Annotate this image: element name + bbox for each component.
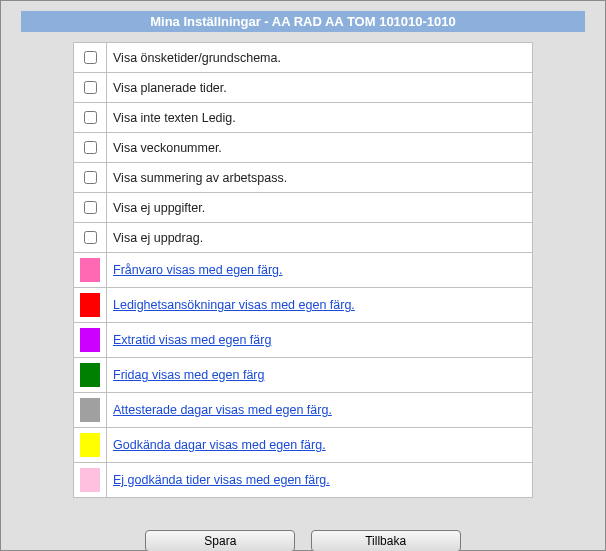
color-setting-link[interactable]: Attesterade dagar visas med egen färg.	[113, 403, 332, 417]
setting-label-cell: Visa planerade tider.	[107, 73, 533, 103]
setting-label-cell: Visa inte texten Ledig.	[107, 103, 533, 133]
save-button[interactable]: Spara	[145, 530, 295, 551]
setting-checkbox[interactable]	[84, 201, 97, 214]
checkbox-cell	[74, 43, 107, 73]
settings-table: Visa önsketider/grundschema.Visa planera…	[73, 42, 533, 498]
setting-label: Visa ej uppdrag.	[113, 231, 203, 245]
checkbox-cell	[74, 193, 107, 223]
setting-label-cell: Visa önsketider/grundschema.	[107, 43, 533, 73]
checkbox-cell	[74, 103, 107, 133]
color-setting-link[interactable]: Extratid visas med egen färg	[113, 333, 271, 347]
setting-label: Visa önsketider/grundschema.	[113, 51, 281, 65]
setting-label: Visa summering av arbetspass.	[113, 171, 287, 185]
color-swatch	[80, 258, 100, 282]
color-setting-row: Attesterade dagar visas med egen färg.	[74, 393, 533, 428]
color-label-cell: Ledighetsansökningar visas med egen färg…	[107, 288, 533, 323]
color-setting-row: Ej godkända tider visas med egen färg.	[74, 463, 533, 498]
setting-row: Visa ej uppdrag.	[74, 223, 533, 253]
checkbox-cell	[74, 133, 107, 163]
setting-row: Visa planerade tider.	[74, 73, 533, 103]
setting-label-cell: Visa summering av arbetspass.	[107, 163, 533, 193]
checkbox-cell	[74, 73, 107, 103]
color-swatch-cell	[74, 253, 107, 288]
color-label-cell: Fridag visas med egen färg	[107, 358, 533, 393]
color-label-cell: Ej godkända tider visas med egen färg.	[107, 463, 533, 498]
color-swatch-cell	[74, 358, 107, 393]
color-swatch	[80, 363, 100, 387]
color-swatch-cell	[74, 393, 107, 428]
checkbox-cell	[74, 223, 107, 253]
color-label-cell: Frånvaro visas med egen färg.	[107, 253, 533, 288]
setting-row: Visa ej uppgifter.	[74, 193, 533, 223]
color-setting-row: Extratid visas med egen färg	[74, 323, 533, 358]
back-button[interactable]: Tillbaka	[311, 530, 461, 551]
settings-page: Mina Inställningar - AA RAD AA TOM 10101…	[0, 0, 606, 551]
setting-label-cell: Visa veckonummer.	[107, 133, 533, 163]
color-setting-row: Frånvaro visas med egen färg.	[74, 253, 533, 288]
checkbox-cell	[74, 163, 107, 193]
setting-checkbox[interactable]	[84, 231, 97, 244]
setting-row: Visa veckonummer.	[74, 133, 533, 163]
color-setting-row: Godkända dagar visas med egen färg.	[74, 428, 533, 463]
button-row: Spara Tillbaka	[21, 530, 585, 551]
setting-label: Visa inte texten Ledig.	[113, 111, 236, 125]
color-setting-row: Fridag visas med egen färg	[74, 358, 533, 393]
color-label-cell: Godkända dagar visas med egen färg.	[107, 428, 533, 463]
setting-label-cell: Visa ej uppdrag.	[107, 223, 533, 253]
color-swatch	[80, 328, 100, 352]
setting-label-cell: Visa ej uppgifter.	[107, 193, 533, 223]
color-setting-link[interactable]: Godkända dagar visas med egen färg.	[113, 438, 326, 452]
setting-label: Visa veckonummer.	[113, 141, 222, 155]
color-swatch	[80, 293, 100, 317]
color-label-cell: Attesterade dagar visas med egen färg.	[107, 393, 533, 428]
color-swatch-cell	[74, 323, 107, 358]
setting-row: Visa önsketider/grundschema.	[74, 43, 533, 73]
setting-checkbox[interactable]	[84, 81, 97, 94]
page-title: Mina Inställningar - AA RAD AA TOM 10101…	[21, 11, 585, 32]
setting-checkbox[interactable]	[84, 51, 97, 64]
setting-label: Visa planerade tider.	[113, 81, 227, 95]
color-label-cell: Extratid visas med egen färg	[107, 323, 533, 358]
color-swatch	[80, 468, 100, 492]
color-setting-link[interactable]: Ej godkända tider visas med egen färg.	[113, 473, 330, 487]
setting-label: Visa ej uppgifter.	[113, 201, 205, 215]
color-swatch-cell	[74, 463, 107, 498]
color-setting-row: Ledighetsansökningar visas med egen färg…	[74, 288, 533, 323]
setting-row: Visa inte texten Ledig.	[74, 103, 533, 133]
color-setting-link[interactable]: Ledighetsansökningar visas med egen färg…	[113, 298, 355, 312]
settings-table-wrap: Visa önsketider/grundschema.Visa planera…	[73, 42, 533, 498]
color-swatch	[80, 398, 100, 422]
color-swatch	[80, 433, 100, 457]
color-setting-link[interactable]: Frånvaro visas med egen färg.	[113, 263, 283, 277]
setting-checkbox[interactable]	[84, 141, 97, 154]
color-setting-link[interactable]: Fridag visas med egen färg	[113, 368, 264, 382]
setting-checkbox[interactable]	[84, 111, 97, 124]
setting-row: Visa summering av arbetspass.	[74, 163, 533, 193]
setting-checkbox[interactable]	[84, 171, 97, 184]
color-swatch-cell	[74, 428, 107, 463]
color-swatch-cell	[74, 288, 107, 323]
